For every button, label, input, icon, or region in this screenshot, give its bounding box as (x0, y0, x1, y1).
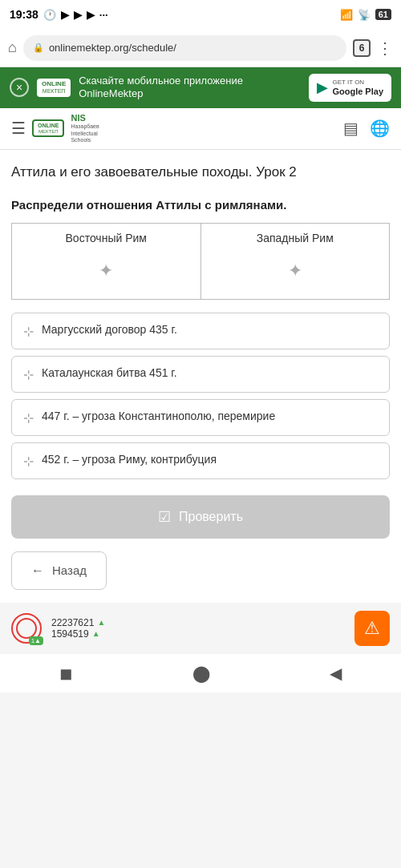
play-icon: ▶ (317, 79, 328, 96)
back-label: Назад (52, 563, 87, 577)
back-button[interactable]: ← Назад (11, 551, 107, 590)
warning-button[interactable]: ⚠ (354, 611, 390, 646)
drop-icon-1: ✦ (99, 260, 113, 281)
score-numbers: 22237621 ▲ 1594519 ▲ (51, 617, 105, 640)
banner-logo: ONLINE МЕКТЕП (37, 79, 71, 96)
status-bar: 19:38 🕐 ▶ ▶ ▶ ··· 📶 📡 61 (0, 0, 401, 29)
status-right: 📶 📡 61 (340, 9, 391, 21)
browser-bar: ⌂ 🔒 onlinemektep.org/schedule/ 6 ⋮ (0, 29, 401, 67)
score-badge: 1▲ (29, 636, 43, 645)
banner-logo-top: ONLINE (42, 81, 66, 88)
signal-icon: 📶 (340, 9, 353, 21)
forward-nav-icon[interactable]: ◀ (330, 664, 342, 683)
alarm-icon: 🕐 (43, 9, 56, 21)
nav-logo-top: ONLINE (38, 123, 59, 129)
banner-line2: OnlineMektep (79, 87, 301, 101)
nav-nis-label: NIS (71, 113, 99, 123)
media-icon: ▶ (74, 9, 82, 21)
drag-items-list: ⊹ Маргусский договор 435 г. ⊹ Каталаунск… (11, 313, 390, 479)
score-up-icon-1: ▲ (97, 618, 105, 627)
bottom-nav: ◼ ⬤ ◀ (0, 654, 401, 692)
drag-item-1[interactable]: ⊹ Маргусский договор 435 г. (11, 313, 390, 349)
gplay-bot: Google Play (332, 87, 383, 97)
nav-nis-sub: Назарбаев (71, 123, 99, 130)
drop-zone-2[interactable]: ✦ (208, 251, 383, 291)
back-nav-icon[interactable]: ◼ (59, 664, 73, 683)
drag-item-text-1: Маргусский договор 435 г. (42, 323, 177, 336)
main-content: Аттила и его завоевательные походы. Урок… (0, 150, 401, 603)
more-icon[interactable]: ⋮ (377, 38, 393, 58)
home-icon[interactable]: ⌂ (8, 39, 17, 56)
url-bar[interactable]: 🔒 onlinemektep.org/schedule/ (23, 35, 346, 61)
score-area: 1▲ 22237621 ▲ 1594519 ▲ ⚠ (0, 603, 401, 654)
dots-icon: ··· (99, 9, 108, 21)
drag-item-text-4: 452 г. – угроза Риму, контрибуция (42, 453, 217, 466)
youtube-icon: ▶ (61, 9, 69, 21)
drag-item-2[interactable]: ⊹ Каталаунская битва 451 г. (11, 356, 390, 393)
warning-icon: ⚠ (364, 618, 380, 639)
col2-header-cell: Западный Рим ✦ (200, 223, 390, 299)
lock-icon: 🔒 (33, 42, 44, 53)
score-up-icon-2: ▲ (92, 629, 100, 638)
nav-menu-icon[interactable]: ☰ (11, 119, 26, 138)
nav-right: ▤ 🌐 (343, 119, 390, 138)
nav-logo-bot: МЕКТЕП (38, 129, 58, 135)
banner-logo-bot: МЕКТЕП (43, 88, 66, 95)
status-time: 19:38 (10, 8, 38, 21)
drag-handle-icon-1: ⊹ (23, 324, 34, 339)
verify-button[interactable]: ☑ Проверить (11, 495, 390, 539)
battery-icon: 61 (375, 9, 391, 20)
nav-bar: ☰ ONLINE МЕКТЕП NIS Назарбаев Intellectu… (0, 108, 401, 150)
banner-close-button[interactable]: × (10, 78, 29, 97)
drag-item-4[interactable]: ⊹ 452 г. – угроза Риму, контрибуция (11, 442, 390, 479)
nav-left: ☰ ONLINE МЕКТЕП NIS Назарбаев Intellectu… (11, 113, 99, 143)
lesson-title: Аттила и его завоевательные походы. Урок… (11, 163, 390, 182)
score-row-1: 22237621 ▲ (51, 617, 105, 628)
score-badge-text: 1▲ (31, 637, 41, 644)
home-nav-icon[interactable]: ⬤ (192, 664, 210, 683)
nav-logo: ONLINE МЕКТЕП (32, 119, 64, 137)
drop-table: Восточный Рим ✦ Западный Рим ✦ (11, 223, 390, 300)
media-icon2: ▶ (87, 9, 95, 21)
verify-check-icon: ☑ (158, 508, 171, 526)
tab-count[interactable]: 6 (353, 39, 371, 57)
col1-header-cell: Восточный Рим ✦ (12, 223, 201, 299)
drag-handle-icon-2: ⊹ (23, 367, 34, 382)
drag-handle-icon-4: ⊹ (23, 454, 34, 469)
task-instruction: Распредели отношения Аттилы с римлянами. (11, 198, 390, 212)
nav-nis: NIS Назарбаев Intellectual Schools (71, 113, 99, 143)
svg-point-0 (17, 619, 36, 638)
banner-line1: Скачайте мобильное приложение (79, 75, 301, 88)
gplay-top: GET IT ON (332, 79, 383, 87)
google-play-button[interactable]: ▶ GET IT ON Google Play (309, 74, 391, 102)
status-left: 19:38 🕐 ▶ ▶ ▶ ··· (10, 8, 108, 21)
url-text: onlinemektep.org/schedule/ (49, 42, 176, 54)
drag-item-3[interactable]: ⊹ 447 г. – угроза Константинополю, перем… (11, 399, 390, 436)
score-avatar: 1▲ (11, 613, 42, 644)
drag-item-text-3: 447 г. – угроза Константинополю, перемир… (42, 410, 275, 422)
nav-nis-sub2: Intellectual (71, 131, 99, 137)
score-value-1: 22237621 (51, 617, 94, 628)
app-banner: × ONLINE МЕКТЕП Скачайте мобильное прило… (0, 67, 401, 108)
col2-header: Западный Рим (208, 232, 383, 251)
gplay-text: GET IT ON Google Play (332, 79, 383, 97)
back-arrow-icon: ← (31, 563, 44, 578)
nav-nis-sub3: Schools (71, 137, 99, 143)
drop-zone-1[interactable]: ✦ (18, 251, 194, 291)
score-row-2: 1594519 ▲ (51, 628, 105, 640)
drag-handle-icon-3: ⊹ (23, 410, 34, 426)
banner-text: Скачайте мобильное приложение OnlineMekt… (79, 75, 301, 102)
list-icon[interactable]: ▤ (343, 119, 358, 138)
drag-item-text-2: Каталаунская битва 451 г. (42, 366, 177, 379)
globe-icon[interactable]: 🌐 (370, 119, 390, 138)
drop-icon-2: ✦ (288, 260, 302, 281)
score-value-2: 1594519 (51, 628, 89, 640)
col1-header: Восточный Рим (18, 232, 194, 251)
wifi-icon: 📡 (358, 9, 371, 21)
verify-label: Проверить (179, 510, 243, 524)
